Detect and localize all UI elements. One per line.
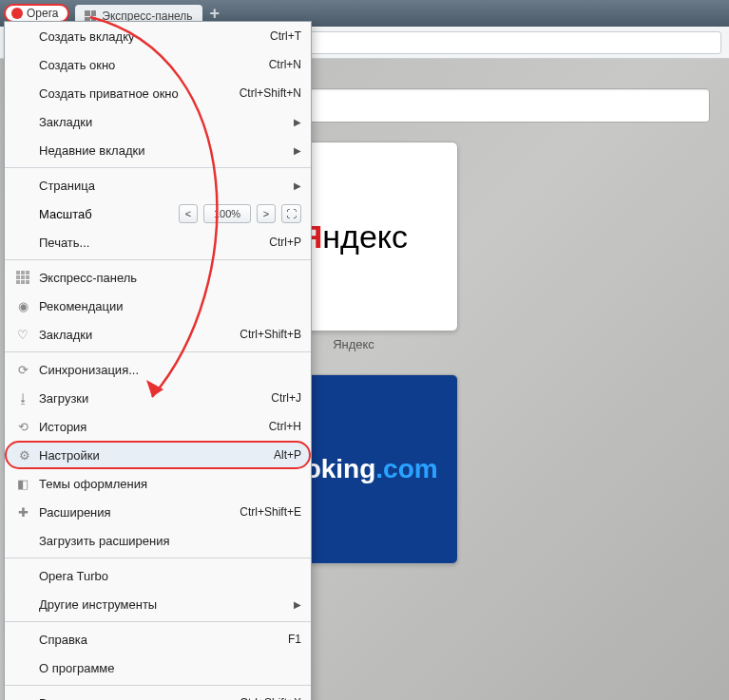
chevron-right-icon: ▶ [294,180,301,191]
menu-sync[interactable]: ⟳ Синхронизация... [5,355,311,384]
menu-print[interactable]: Печать... Ctrl+P [5,228,311,256]
menu-extensions[interactable]: ✚ Расширения Ctrl+Shift+E [5,498,311,526]
menu-recent-tabs[interactable]: Недавние вкладки ▶ [5,136,311,164]
menu-separator [5,167,311,168]
zoom-out-button[interactable]: < [179,204,198,223]
chevron-right-icon: ▶ [294,117,301,127]
zoom-value: 100% [203,204,251,223]
menu-opera-turbo[interactable]: Opera Turbo [5,561,311,590]
opera-button-label: Opera [27,7,58,20]
menu-separator [5,685,311,686]
zoom-in-button[interactable]: > [257,204,276,223]
menu-speed-dial[interactable]: Экспресс-панель [5,263,311,292]
history-icon: ⟲ [14,418,31,435]
sync-icon: ⟳ [14,361,31,378]
gear-icon: ⚙ [16,446,33,464]
menu-new-tab[interactable]: Создать вкладку Ctrl+T [5,22,311,50]
menu-help[interactable]: Справка F1 [5,625,311,653]
menu-other-tools[interactable]: Другие инструменты ▶ [5,590,311,618]
menu-exit[interactable]: Выход из программы Ctrl+Shift+X [5,689,311,700]
menu-get-extensions[interactable]: Загрузить расширения [5,526,311,555]
menu-bookmarks[interactable]: Закладки ▶ [5,107,311,136]
menu-downloads[interactable]: ⭳ Загрузки Ctrl+J [5,384,311,412]
opera-logo-icon [11,8,23,19]
menu-history[interactable]: ⟲ История Ctrl+H [5,412,311,441]
grid-icon [14,269,31,286]
chevron-right-icon: ▶ [294,599,301,610]
menu-separator [5,621,311,622]
menu-new-private-window[interactable]: Создать приватное окно Ctrl+Shift+N [5,79,311,107]
heart-icon: ♡ [14,326,31,343]
menu-bookmarks-page[interactable]: ♡ Закладки Ctrl+Shift+B [5,320,311,349]
menu-separator [5,351,311,352]
menu-about[interactable]: О программе [5,653,311,682]
menu-zoom: Масштаб < 100% > ⛶ [5,199,311,228]
download-icon: ⭳ [14,389,31,407]
puzzle-icon: ✚ [14,503,31,520]
menu-themes[interactable]: ◧ Темы оформления [5,469,311,498]
opera-menu-button[interactable]: Opera [4,4,69,23]
menu-separator [5,558,311,558]
menu-separator [5,259,311,260]
eye-icon: ◉ [14,297,31,314]
opera-main-menu: Создать вкладку Ctrl+T Создать окно Ctrl… [4,21,312,700]
zoom-fullscreen-button[interactable]: ⛶ [281,204,301,223]
chevron-right-icon: ▶ [294,145,301,156]
tile-label: Яндекс [333,337,374,351]
menu-recommendations[interactable]: ◉ Рекомендации [5,292,311,320]
theme-icon: ◧ [14,475,31,492]
menu-settings[interactable]: ⚙ Настройки Alt+P [5,441,311,469]
menu-new-window[interactable]: Создать окно Ctrl+N [5,50,311,79]
menu-page[interactable]: Страница ▶ [5,171,311,199]
